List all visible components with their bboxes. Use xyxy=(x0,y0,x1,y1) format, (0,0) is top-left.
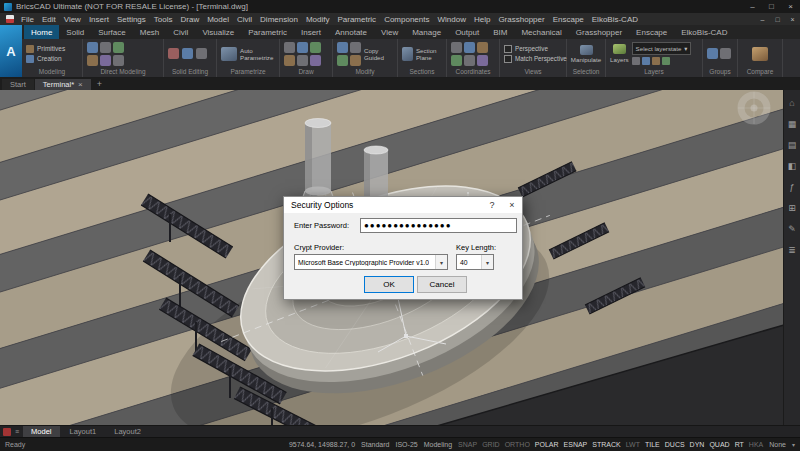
tab-model[interactable]: Model xyxy=(23,426,59,437)
menu-civil[interactable]: Civil xyxy=(233,15,256,24)
layer-lock-icon[interactable] xyxy=(642,57,650,65)
ucs-view-icon[interactable] xyxy=(464,55,475,66)
ucs-origin-icon[interactable] xyxy=(477,42,488,53)
ribbon-tab-view[interactable]: View xyxy=(374,25,405,39)
annotate-icon[interactable]: ✎ xyxy=(788,224,796,234)
menu-file[interactable]: File xyxy=(17,15,38,24)
ribbon-tab-solid[interactable]: Solid xyxy=(59,25,91,39)
menu-insert[interactable]: Insert xyxy=(85,15,113,24)
primitives-button[interactable]: Primitives xyxy=(26,45,65,53)
menu-model[interactable]: Model xyxy=(203,15,233,24)
toggle-tile[interactable]: TILE xyxy=(645,441,660,448)
toggle-quad[interactable]: QUAD xyxy=(709,441,729,448)
toggle-grid[interactable]: GRID xyxy=(482,441,500,448)
push-pull-icon[interactable] xyxy=(87,42,98,53)
create-group-icon[interactable] xyxy=(707,48,718,59)
perspective-checkbox[interactable] xyxy=(504,45,512,53)
auto-parametrize-icon[interactable] xyxy=(221,47,237,61)
minimize-button[interactable]: – xyxy=(743,0,762,13)
menu-settings[interactable]: Settings xyxy=(113,15,150,24)
menu-grasshopper[interactable]: Grasshopper xyxy=(494,15,548,24)
creation-button[interactable]: Creation xyxy=(26,55,65,63)
close-button[interactable]: × xyxy=(781,0,800,13)
layer-freeze-icon[interactable] xyxy=(632,57,640,65)
ribbon-tab-manage[interactable]: Manage xyxy=(405,25,448,39)
rotate-face-icon[interactable] xyxy=(113,42,124,53)
ribbon-tab-mechanical[interactable]: Mechanical xyxy=(514,25,568,39)
layers-icon[interactable] xyxy=(613,44,626,54)
menu-elkobis-cad[interactable]: ElkoBis-CAD xyxy=(588,15,642,24)
circle-icon[interactable] xyxy=(310,42,321,53)
manipulate-label[interactable]: Manipulate xyxy=(571,56,601,63)
ribbon-tab-parametric[interactable]: Parametric xyxy=(241,25,294,39)
menu-edit[interactable]: Edit xyxy=(38,15,60,24)
match-perspective-checkbox[interactable] xyxy=(504,55,512,63)
new-tab-button[interactable]: + xyxy=(92,79,107,89)
layout-list-icon[interactable]: ≡ xyxy=(13,428,21,435)
cursor-coordinates[interactable]: 9574.64, 14988.27, 0 xyxy=(289,441,355,448)
cancel-button[interactable]: Cancel xyxy=(417,276,467,293)
tab-layout1[interactable]: Layout1 xyxy=(62,426,105,437)
ribbon-tab-mesh[interactable]: Mesh xyxy=(133,25,167,39)
hatch-icon[interactable] xyxy=(310,55,321,66)
doc-close-button[interactable]: × xyxy=(785,13,800,25)
menu-dimension[interactable]: Dimension xyxy=(256,15,302,24)
menu-tools[interactable]: Tools xyxy=(150,15,177,24)
layerstate-dropdown[interactable]: Select layerstate ▾ xyxy=(632,42,692,55)
workspace[interactable]: Modeling xyxy=(424,441,452,448)
menu-components[interactable]: Components xyxy=(380,15,433,24)
ribbon-tab-elkobis-cad[interactable]: ElkoBis-CAD xyxy=(674,25,734,39)
intersect-icon[interactable] xyxy=(196,48,207,59)
subtract-icon[interactable] xyxy=(182,48,193,59)
sheet-set-icon[interactable]: ▤ xyxy=(788,140,797,150)
layers-button-label[interactable]: Layers xyxy=(610,56,629,63)
doc-tab-start[interactable]: Start xyxy=(2,79,34,90)
rectangle-icon[interactable] xyxy=(297,55,308,66)
layer-isolate-icon[interactable] xyxy=(652,57,660,65)
chevron-down-icon[interactable]: ▾ xyxy=(792,441,795,448)
toggle-lwt[interactable]: LWT xyxy=(626,441,640,448)
toggle-polar[interactable]: POLAR xyxy=(535,441,559,448)
edit-group-icon[interactable] xyxy=(720,48,731,59)
navigation-wheel[interactable] xyxy=(738,92,770,124)
line-icon[interactable] xyxy=(284,42,295,53)
menu-modify[interactable]: Modify xyxy=(302,15,334,24)
toggle-ducs[interactable]: DUCS xyxy=(665,441,685,448)
mirror-icon[interactable] xyxy=(337,55,348,66)
rotate-icon[interactable] xyxy=(350,42,361,53)
perspective-checkbox-row[interactable]: Perspective xyxy=(504,45,567,53)
menu-enscape[interactable]: Enscape xyxy=(549,15,588,24)
ribbon-tab-grasshopper[interactable]: Grasshopper xyxy=(569,25,629,39)
ribbon-tab-enscape[interactable]: Enscape xyxy=(629,25,674,39)
arc-icon[interactable] xyxy=(284,55,295,66)
tab-close-icon[interactable]: × xyxy=(78,80,83,89)
menu-parametric[interactable]: Parametric xyxy=(333,15,380,24)
trace-icon[interactable] xyxy=(3,428,11,436)
copy-guided-label[interactable]: Copy Guided xyxy=(364,47,393,61)
move-icon[interactable] xyxy=(337,42,348,53)
ok-button[interactable]: OK xyxy=(364,276,414,293)
ribbon-tab-home[interactable]: Home xyxy=(24,25,59,39)
menu-window[interactable]: Window xyxy=(433,15,469,24)
section-plane-icon[interactable] xyxy=(402,47,413,61)
list-icon[interactable]: ≣ xyxy=(788,245,796,255)
shaded-view-icon[interactable]: ◧ xyxy=(788,161,797,171)
scale-icon[interactable] xyxy=(350,55,361,66)
layer-off-icon[interactable] xyxy=(662,57,670,65)
ribbon-tab-output[interactable]: Output xyxy=(448,25,486,39)
toggle-strack[interactable]: STRACK xyxy=(592,441,620,448)
manipulate-icon[interactable] xyxy=(580,45,593,55)
fillet-icon[interactable] xyxy=(113,55,124,66)
menu-view[interactable]: View xyxy=(60,15,85,24)
ribbon-tab-surface[interactable]: Surface xyxy=(91,25,133,39)
section-plane-label[interactable]: Section Plane xyxy=(416,47,442,61)
move-face-icon[interactable] xyxy=(100,42,111,53)
doc-tab-terminal[interactable]: Terminal* × xyxy=(35,79,91,90)
doc-minimize-button[interactable]: – xyxy=(755,13,770,25)
toggle-esnap[interactable]: ESNAP xyxy=(564,441,588,448)
dialog-help-button[interactable]: ? xyxy=(482,197,502,213)
ribbon-tab-insert[interactable]: Insert xyxy=(294,25,328,39)
maximize-button[interactable]: □ xyxy=(762,0,781,13)
toggle-hka[interactable]: HKA xyxy=(749,441,763,448)
dimension-style[interactable]: ISO-25 xyxy=(396,441,418,448)
